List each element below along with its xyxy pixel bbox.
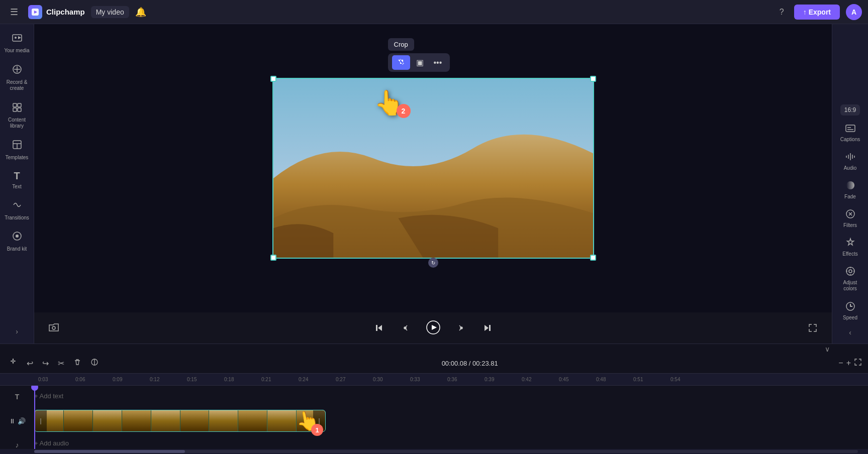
skip-back-button[interactable] xyxy=(370,321,388,337)
clip-trim-left[interactable]: | xyxy=(35,410,47,431)
video-pause-button[interactable]: ⏸ xyxy=(9,417,16,425)
camera-button[interactable] xyxy=(44,320,63,338)
sidebar-item-text[interactable]: T Text xyxy=(2,166,32,193)
sidebar-item-content-library[interactable]: Contentlibrary xyxy=(2,97,32,133)
sidebar-item-templates[interactable]: Templates xyxy=(2,135,32,164)
layout-button[interactable]: ▣ xyxy=(412,55,428,70)
hamburger-button[interactable]: ☰ xyxy=(6,5,22,20)
right-tool-audio[interactable]: Audio xyxy=(834,147,866,175)
video-preview: Crop ▣ ••• xyxy=(34,24,832,312)
video-toolbar: ▣ ••• xyxy=(388,53,450,72)
sidebar-label-transitions: Transitions xyxy=(5,215,29,220)
adjust-colors-label: Adjustcolors xyxy=(843,280,857,292)
right-tool-speed[interactable]: Speed xyxy=(834,297,866,324)
scrollbar-track[interactable] xyxy=(34,450,858,453)
svg-point-34 xyxy=(849,270,852,273)
filters-icon xyxy=(845,208,856,220)
text-track-content[interactable]: + Add text xyxy=(34,388,868,406)
step-badge-2: 2 xyxy=(397,104,411,118)
fullscreen-button[interactable] xyxy=(804,321,822,337)
crop-tooltip: Crop xyxy=(388,38,414,51)
sidebar-item-record-create[interactable]: Record &create xyxy=(2,60,32,95)
clip-thumb xyxy=(93,410,122,431)
ruler-mark: 0:03 xyxy=(38,377,75,382)
video-controls xyxy=(34,312,832,344)
left-sidebar: Your media Record &create Contentlibrary… xyxy=(0,24,34,344)
filters-label: Filters xyxy=(843,222,857,228)
add-text-button[interactable]: + Add text xyxy=(34,388,868,404)
clip-thumb xyxy=(267,410,296,431)
video-clip[interactable]: | | xyxy=(34,410,326,432)
sidebar-item-transitions[interactable]: Transitions xyxy=(2,195,32,224)
timeline-split-button[interactable] xyxy=(88,357,101,370)
timeline-ruler: 0:03 0:06 0:09 0:12 0:15 0:18 0:21 0:24 … xyxy=(0,374,868,386)
right-tool-captions[interactable]: Captions xyxy=(834,119,866,146)
content-library-icon xyxy=(12,101,23,115)
app-logo: Clipchamp xyxy=(28,5,85,19)
ruler-mark: 0:24 xyxy=(299,377,336,382)
timeline-magic-button[interactable] xyxy=(6,356,20,370)
forward-button[interactable] xyxy=(452,321,470,337)
playhead[interactable] xyxy=(34,386,35,449)
svg-point-22 xyxy=(404,327,406,329)
adjust-colors-icon xyxy=(845,266,856,278)
rewind-button[interactable] xyxy=(396,321,414,337)
ruler-marks-container: 0:03 0:06 0:09 0:12 0:15 0:18 0:21 0:24 … xyxy=(38,377,708,382)
timeline-scrollbar[interactable] xyxy=(0,449,868,454)
timeline-delete-button[interactable] xyxy=(71,357,84,370)
clip-thumb xyxy=(209,410,238,431)
scrollbar-thumb[interactable] xyxy=(34,450,185,453)
sidebar-label-record-create: Record &create xyxy=(7,79,28,91)
ruler-mark: 0:27 xyxy=(336,377,373,382)
add-audio-button[interactable]: + Add audio xyxy=(34,436,868,449)
fade-icon xyxy=(845,180,856,192)
brand-kit-icon xyxy=(12,231,23,244)
play-button[interactable] xyxy=(422,318,444,339)
svg-marker-4 xyxy=(18,36,21,39)
right-tool-adjust-colors[interactable]: Adjustcolors xyxy=(834,262,866,296)
more-options-button[interactable]: ••• xyxy=(430,56,446,70)
zoom-in-button[interactable]: + xyxy=(846,359,851,368)
timeline-collapse-button[interactable]: ∨ xyxy=(825,345,830,353)
help-button[interactable]: ? xyxy=(776,6,788,19)
svg-rect-9 xyxy=(18,103,21,107)
right-sidebar-collapse-button[interactable]: ‹ xyxy=(846,325,854,339)
timeline-cut-button[interactable]: ✂ xyxy=(55,357,67,370)
svg-point-25 xyxy=(460,327,462,329)
timeline-expand-button[interactable] xyxy=(854,358,862,368)
video-title-container[interactable]: My video xyxy=(91,6,129,18)
aspect-ratio-display[interactable]: 16:9 xyxy=(840,104,860,116)
crop-handle-top-right[interactable] xyxy=(590,76,596,82)
ruler-mark: 0:09 xyxy=(113,377,150,382)
right-tool-fade[interactable]: Fade xyxy=(834,176,866,203)
crop-handle-bottom-right[interactable] xyxy=(590,255,596,261)
timeline-zoom-controls: − + xyxy=(838,358,862,368)
crop-handle-top-left[interactable] xyxy=(270,76,276,82)
main-area: Your media Record &create Contentlibrary… xyxy=(0,24,868,344)
crop-rotate-handle[interactable]: ↻ xyxy=(428,258,438,268)
export-button[interactable]: ↑ Export xyxy=(794,5,840,20)
avatar[interactable]: A xyxy=(846,4,862,20)
zoom-out-button[interactable]: − xyxy=(838,359,843,368)
timeline-redo-button[interactable]: ↪ xyxy=(40,357,51,370)
right-tool-effects[interactable]: Effects xyxy=(834,233,866,261)
captions-label: Captions xyxy=(840,137,860,142)
record-create-icon xyxy=(12,64,23,77)
svg-point-33 xyxy=(846,267,854,275)
audio-track-content[interactable]: + Add audio xyxy=(34,436,868,449)
logo-icon xyxy=(28,5,42,19)
video-audio-toggle[interactable]: 🔊 xyxy=(18,417,26,425)
right-tool-filters[interactable]: Filters xyxy=(834,204,866,232)
svg-marker-24 xyxy=(432,325,437,330)
sidebar-item-your-media[interactable]: Your media xyxy=(2,28,32,58)
crop-button[interactable] xyxy=(392,55,410,70)
audio-track-label: ♪ xyxy=(0,441,34,449)
crop-handle-bottom-left[interactable] xyxy=(270,255,276,261)
ruler-mark: 0:12 xyxy=(150,377,187,382)
transitions-icon xyxy=(12,199,23,213)
sidebar-item-brand-kit[interactable]: Brand kit xyxy=(2,226,32,256)
text-track-row: T + Add text xyxy=(0,388,868,406)
skip-forward-button[interactable] xyxy=(478,321,497,337)
timeline-undo-button[interactable]: ↩ xyxy=(24,357,36,370)
sidebar-expand-button[interactable]: › xyxy=(12,323,22,339)
